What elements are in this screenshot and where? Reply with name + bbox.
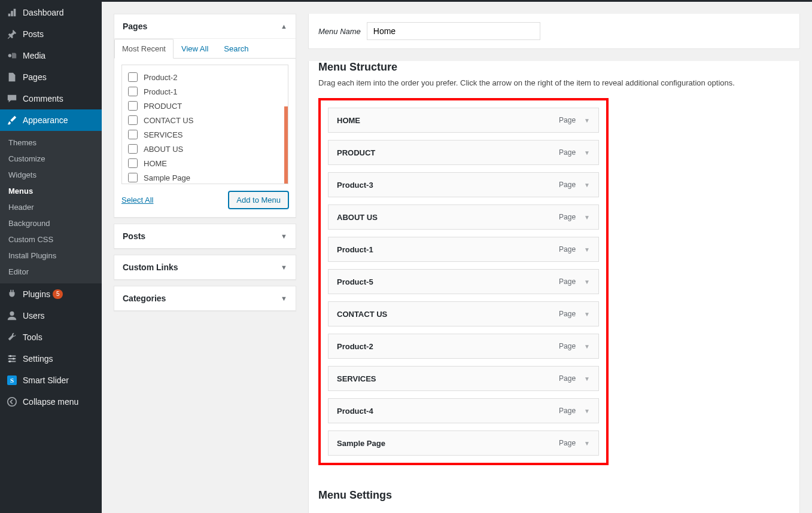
sidebar-item-label: Smart Slider [23,375,69,385]
chevron-down-icon[interactable]: ▼ [584,117,590,124]
menu-structure-item[interactable]: Product-1Page▼ [328,237,599,262]
posts-accordion-header[interactable]: Posts ▼ [114,224,296,248]
sidebar-item-smart-slider[interactable]: S Smart Slider [0,370,102,391]
submenu-menus[interactable]: Menus [0,183,102,199]
submenu-background[interactable]: Background [0,215,102,231]
sidebar-item-users[interactable]: Users [0,305,102,326]
chevron-down-icon[interactable]: ▼ [584,440,590,447]
menu-structure-item[interactable]: Product-2Page▼ [328,334,599,359]
sidebar-item-pages[interactable]: Pages [0,66,102,88]
check-item[interactable]: PRODUCT [128,99,282,113]
menu-item-type-label: Page [559,277,576,286]
menu-structure-item[interactable]: Product-3Page▼ [328,172,599,197]
menu-items-list: HOMEPage▼PRODUCTPage▼Product-3Page▼ABOUT… [328,108,599,456]
menu-item-type-label: Page [559,374,576,383]
tab-view-all[interactable]: View All [174,39,216,59]
sidebar-item-appearance[interactable]: Appearance [0,109,102,131]
sidebar-item-dashboard[interactable]: Dashboard [0,2,102,23]
sidebar-item-media[interactable]: Media [0,45,102,66]
menu-structure-item[interactable]: PRODUCTPage▼ [328,140,599,165]
menu-item-type-label: Page [559,245,576,254]
page-checkbox[interactable] [128,72,138,82]
check-item[interactable]: Sample Page [128,170,282,184]
sidebar-item-label: Posts [23,29,44,39]
menu-structure-item[interactable]: SERVICESPage▼ [328,366,599,391]
menu-item-type-label: Page [559,342,576,350]
page-checkbox[interactable] [128,130,138,139]
appearance-submenu: Themes Customize Widgets Menus Header Ba… [0,131,102,283]
submenu-header[interactable]: Header [0,199,102,215]
tab-most-recent[interactable]: Most Recent [114,39,174,59]
page-checkbox[interactable] [128,144,138,154]
pin-icon [6,28,18,40]
submenu-editor[interactable]: Editor [0,264,102,280]
menu-structure-item[interactable]: Product-4Page▼ [328,398,599,423]
menu-name-input[interactable] [367,22,540,40]
menu-structure-item[interactable]: Sample PagePage▼ [328,430,599,456]
menu-structure-item[interactable]: ABOUT USPage▼ [328,204,599,230]
chevron-down-icon[interactable]: ▼ [584,214,590,221]
menu-structure-item[interactable]: Product-5Page▼ [328,269,599,294]
sidebar-item-label: Comments [23,94,63,103]
pages-accordion: Pages ▲ Most Recent View All Search Prod… [114,14,296,218]
page-icon [6,71,18,83]
sidebar-item-posts[interactable]: Posts [0,23,102,45]
check-item[interactable]: ABOUT US [128,142,282,156]
submenu-custom-css[interactable]: Custom CSS [0,231,102,248]
dashboard-icon [6,7,18,19]
wrench-icon [6,331,18,343]
select-all-link[interactable]: Select All [121,196,153,204]
accordion-title: Pages [123,22,147,31]
check-item[interactable]: SERVICES [128,127,282,142]
menu-item-title: Product-2 [337,342,373,351]
posts-accordion: Posts ▼ [114,224,296,249]
page-checkbox[interactable] [128,87,138,96]
chevron-down-icon[interactable]: ▼ [584,246,590,253]
submenu-customize[interactable]: Customize [0,151,102,167]
check-item[interactable]: HOME [128,156,282,170]
sidebar-item-plugins[interactable]: Plugins 5 [0,283,102,305]
check-item[interactable]: Product-2 [128,70,282,84]
page-checkbox[interactable] [128,173,138,182]
page-checkbox[interactable] [128,115,138,125]
sidebar-item-label: Plugins [23,289,50,299]
sidebar-item-collapse[interactable]: Collapse menu [0,391,102,413]
svg-point-1 [10,312,14,316]
sidebar-item-comments[interactable]: Comments [0,88,102,109]
brush-icon [6,114,18,126]
sidebar-item-tools[interactable]: Tools [0,326,102,348]
svg-point-3 [13,358,15,360]
menu-item-type-label: Page [559,148,576,157]
menu-item-type-label: Page [559,310,576,318]
svg-point-2 [10,355,12,358]
menu-structure-item[interactable]: CONTACT USPage▼ [328,301,599,326]
submenu-widgets[interactable]: Widgets [0,167,102,183]
sidebar-item-settings[interactable]: Settings [0,348,102,370]
chevron-down-icon[interactable]: ▼ [584,311,590,317]
check-item[interactable]: Product-1 [128,84,282,99]
chevron-down-icon[interactable]: ▼ [584,182,590,188]
check-item[interactable]: CONTACT US [128,113,282,127]
chevron-down-icon[interactable]: ▼ [584,343,590,350]
menu-item-type-label: Page [559,181,576,189]
tab-search[interactable]: Search [216,39,256,59]
submenu-install-plugins[interactable]: Install Plugins [0,248,102,264]
menu-structure-item[interactable]: HOMEPage▼ [328,108,599,133]
categories-accordion-header[interactable]: Categories ▼ [114,286,296,310]
page-checkbox[interactable] [128,158,138,168]
page-checkbox[interactable] [128,101,138,111]
pages-checklist[interactable]: Product-2 Product-1 PRODUCT CONTACT US S… [121,65,288,184]
sliders-icon [6,353,18,365]
content-area: Pages ▲ Most Recent View All Search Prod… [102,2,812,513]
custom-links-accordion-header[interactable]: Custom Links ▼ [114,255,296,279]
chevron-down-icon[interactable]: ▼ [584,279,590,285]
pages-accordion-header[interactable]: Pages ▲ [114,14,296,38]
add-to-menu-button[interactable]: Add to Menu [229,191,288,209]
submenu-themes[interactable]: Themes [0,135,102,151]
sidebar-item-label: Settings [23,354,53,364]
chevron-down-icon[interactable]: ▼ [584,375,590,382]
svg-point-0 [8,54,11,57]
chevron-down-icon[interactable]: ▼ [584,149,590,156]
chevron-down-icon[interactable]: ▼ [584,408,590,414]
svg-point-5 [8,398,16,406]
